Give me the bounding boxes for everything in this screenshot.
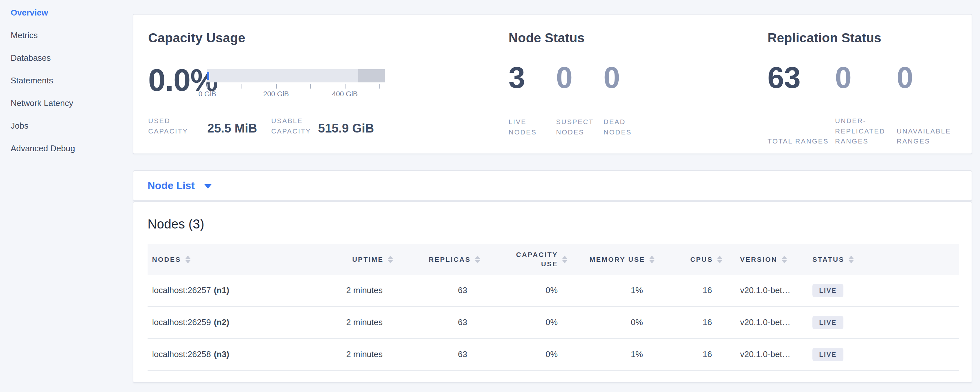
axis-label-400gib: 400 GiB	[322, 90, 368, 98]
memory-use-cell: 0%	[567, 317, 654, 327]
table-row-node-3[interactable]: localhost:26258 (n3) 2 minutes 63 0% 1% …	[148, 339, 959, 371]
column-header-replicas[interactable]: REPLICAS	[393, 256, 480, 263]
uptime-cell: 2 minutes	[319, 317, 393, 327]
column-header-memory-use[interactable]: MEMORY USE	[567, 256, 654, 263]
status-cell: LIVE	[805, 348, 959, 361]
node-id: (n2)	[214, 317, 229, 327]
axis-tick	[379, 84, 380, 89]
version-cell: v20.1.0-bet…	[722, 317, 805, 327]
node-id: (n3)	[214, 349, 229, 359]
sort-icon	[717, 256, 722, 263]
usable-capacity-label: USABLE CAPACITY	[271, 116, 317, 136]
node-status-values: 3 0 0	[509, 60, 651, 95]
column-header-label: MEMORY USE	[590, 256, 645, 263]
capacity-usage-title: Capacity Usage	[148, 31, 245, 45]
sort-icon	[388, 256, 393, 263]
dead-nodes-label: DEAD NODES	[603, 117, 651, 137]
sidebar-item-overview[interactable]: Overview	[11, 1, 127, 24]
capacity-bar-used-marker	[207, 72, 209, 80]
node-address: localhost:26257	[152, 285, 211, 295]
sidebar-item-advanced-debug[interactable]: Advanced Debug	[11, 137, 127, 159]
used-capacity-value: 25.5 MiB	[207, 121, 262, 135]
nodes-table-header: NODES UPTIME REPLICAS CAPACITYUSE MEMORY…	[148, 244, 959, 275]
dead-nodes-count: 0	[603, 60, 651, 95]
chevron-down-icon	[204, 184, 212, 189]
column-header-capacity-use[interactable]: CAPACITYUSE	[480, 250, 567, 269]
capacity-bar-reserved-segment	[358, 69, 385, 83]
replicas-cell: 63	[393, 349, 480, 359]
status-badge: LIVE	[812, 316, 843, 329]
column-header-label: STATUS	[812, 256, 845, 263]
node-address: localhost:26259	[152, 317, 211, 327]
node-list-bar: Node List	[133, 170, 972, 201]
capacity-stats: USED CAPACITY 25.5 MiB USABLE CAPACITY 5…	[148, 116, 374, 136]
axis-label-0gib: 0 GiB	[185, 90, 230, 98]
capacity-use-cell: 0%	[480, 349, 567, 359]
replication-labels: TOTAL RANGES UNDER-REPLICATED RANGES UNA…	[768, 116, 969, 147]
node-list-dropdown[interactable]: Node List	[148, 171, 212, 200]
column-header-status[interactable]: STATUS	[805, 256, 959, 263]
table-row-node-1[interactable]: localhost:26257 (n1) 2 minutes 63 0% 1% …	[148, 275, 959, 307]
axis-tick	[242, 84, 242, 89]
sort-icon	[185, 256, 191, 263]
status-badge: LIVE	[812, 284, 843, 297]
usable-capacity-value: 515.9 GiB	[318, 121, 374, 135]
version-cell: v20.1.0-bet…	[722, 285, 805, 295]
cpus-cell: 16	[654, 349, 722, 359]
under-replicated-ranges-label: UNDER-REPLICATED RANGES	[835, 116, 897, 147]
live-nodes-label: LIVE NODES	[509, 117, 556, 137]
status-cell: LIVE	[805, 316, 959, 329]
unavailable-ranges-label: UNAVAILABLE RANGES	[897, 126, 969, 147]
capacity-usage-section: Capacity Usage 0.0% 0 GiB 200 GiB 400 Gi…	[148, 14, 507, 153]
node-list-dropdown-label[interactable]: Node List	[148, 180, 195, 192]
sidebar-item-network-latency[interactable]: Network Latency	[11, 92, 127, 115]
axis-tick	[276, 84, 277, 89]
column-header-version[interactable]: VERSION	[722, 256, 805, 263]
column-header-cpus[interactable]: CPUS	[654, 256, 722, 263]
node-status-section: Node Status 3 0 0 LIVE NODES SUSPECT NOD…	[509, 14, 760, 153]
live-nodes-count: 3	[509, 60, 556, 95]
suspect-nodes-label: SUSPECT NODES	[556, 117, 603, 137]
capacity-use-cell: 0%	[480, 317, 567, 327]
axis-tick	[345, 84, 345, 89]
replication-values: 63 0 0	[768, 60, 969, 95]
node-id: (n1)	[214, 285, 229, 295]
table-row-node-2[interactable]: localhost:26259 (n2) 2 minutes 63 0% 0% …	[148, 307, 959, 339]
cpus-cell: 16	[654, 317, 722, 327]
sidebar-item-statements[interactable]: Statements	[11, 69, 127, 92]
column-header-label: NODES	[152, 256, 181, 263]
sort-icon	[562, 256, 567, 263]
column-header-label: REPLICAS	[429, 256, 471, 263]
node-status-title: Node Status	[509, 31, 585, 45]
column-header-nodes[interactable]: NODES	[148, 256, 319, 263]
axis-tick	[310, 84, 311, 89]
uptime-cell: 2 minutes	[319, 285, 393, 295]
unavailable-ranges-count: 0	[897, 60, 969, 95]
axis-label-200gib: 200 GiB	[253, 90, 299, 98]
capacity-bar-background	[207, 69, 385, 83]
status-cell: LIVE	[805, 284, 959, 297]
sidebar-item-jobs[interactable]: Jobs	[11, 115, 127, 137]
sidebar-item-metrics[interactable]: Metrics	[11, 24, 127, 46]
column-header-uptime[interactable]: UPTIME	[319, 256, 393, 263]
column-header-label: CAPACITYUSE	[516, 250, 558, 269]
nodes-table-title: Nodes (3)	[148, 217, 204, 231]
node-address-cell: localhost:26258 (n3)	[148, 349, 319, 359]
sort-icon	[782, 256, 787, 263]
column-header-label: CPUS	[690, 256, 713, 263]
capacity-use-cell: 0%	[480, 285, 567, 295]
status-badge: LIVE	[812, 348, 843, 361]
nodes-table-card: Nodes (3) NODES UPTIME REPLICAS CAPACITY…	[133, 201, 972, 383]
total-ranges-label: TOTAL RANGES	[768, 136, 835, 147]
capacity-bar-chart: 0 GiB 200 GiB 400 GiB	[207, 69, 385, 115]
axis-tick	[207, 84, 208, 89]
node-status-labels: LIVE NODES SUSPECT NODES DEAD NODES	[509, 116, 651, 137]
sidebar-item-databases[interactable]: Databases	[11, 46, 127, 69]
node-address-cell: localhost:26257 (n1)	[148, 285, 319, 295]
under-replicated-ranges-count: 0	[835, 60, 897, 95]
replicas-cell: 63	[393, 285, 480, 295]
node-address: localhost:26258	[152, 349, 211, 359]
nodes-table: NODES UPTIME REPLICAS CAPACITYUSE MEMORY…	[148, 244, 959, 371]
sidebar: Overview Metrics Databases Statements Ne…	[11, 1, 127, 159]
sort-icon	[849, 256, 854, 263]
